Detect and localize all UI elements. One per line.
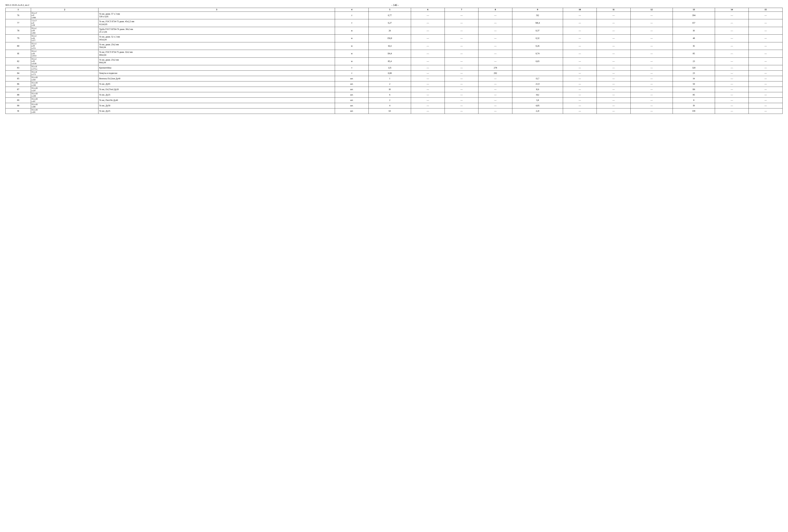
row-col6: — [411, 92, 445, 98]
row-col11: — [597, 98, 630, 103]
row-col10: — [563, 108, 596, 114]
row-number: 9I [5, 108, 31, 114]
row-col13: 50 [673, 81, 715, 87]
row-col12: — [630, 65, 673, 70]
table-row: 88П.I,ч.III п.208То же, Ду25шт.6———I4,I—… [5, 92, 783, 98]
row-col11: — [597, 76, 630, 81]
row-col10: — [563, 12, 596, 19]
row-col8: — [478, 108, 512, 114]
row-col9: 0,37 [512, 27, 563, 35]
row-number: 88 [5, 92, 31, 98]
row-col14: — [715, 87, 749, 92]
row-col15: — [749, 65, 783, 70]
row-number: 80 [5, 42, 31, 50]
row-col8: — [478, 12, 512, 19]
row-col10: — [563, 27, 596, 35]
row-ref: П.I,ч.III п.I87 [31, 98, 98, 103]
row-col7: — [445, 81, 478, 87]
row-col12: — [630, 81, 673, 87]
row-col6: — [411, 81, 445, 87]
row-number: 85 [5, 76, 31, 81]
row-col15: — [749, 35, 783, 42]
row-col4: м [335, 42, 369, 50]
row-col7: — [445, 92, 478, 98]
row-col14: — [715, 92, 749, 98]
row-col14: — [715, 12, 749, 19]
row-ref: П.I,ч.III п.200 [31, 81, 98, 87]
row-col15: — [749, 50, 783, 58]
table-row: 79П.I,ч.I р.III п.I77То же, диам. 52 х 2… [5, 35, 783, 42]
row-col5: 0,77 [369, 12, 411, 19]
row-col8: — [478, 58, 512, 65]
row-col9: 4,85 [512, 103, 563, 108]
row-col4: шт. [335, 98, 369, 103]
row-description: То же, ГОСТ 8734-75 диам. 32х2 мм II0хI,… [98, 50, 335, 58]
table-row: 84П.I,ч.II п.573Хомуты и подвескит0,08——… [5, 70, 783, 76]
row-description: То же, Ду25 [98, 108, 335, 114]
col-header-13: 13 [673, 8, 715, 12]
row-col4: т [335, 70, 369, 76]
row-col13: I39 [673, 108, 715, 114]
row-col11: — [597, 12, 630, 19]
col-header-8: 8 [478, 8, 512, 12]
row-col5: 2 [369, 81, 411, 87]
row-description: Вентиль I5с22нж Ду40 [98, 76, 335, 81]
row-col4: шт. [335, 81, 369, 87]
row-col12: — [630, 98, 673, 103]
row-col11: — [597, 92, 630, 98]
row-col9: I4,I [512, 92, 563, 98]
table-row: 771.I,ч.У р.II п.98То же, ГОСТ 8734-75 д… [5, 19, 783, 27]
row-col10: — [563, 65, 596, 70]
row-number: 82 [5, 58, 31, 65]
row-col12: — [630, 19, 673, 27]
row-description: То же, диам. 25х2 мм 84хI,04 [98, 58, 335, 65]
row-col8: — [478, 42, 512, 50]
row-col10: — [563, 58, 596, 65]
col-header-1: 1 [5, 8, 31, 12]
row-ref: П.I,ч.II п.572-а [31, 65, 98, 70]
col-header-15: 15 [749, 8, 783, 12]
row-ref: 1.I,ч.У р.II п.98 [31, 19, 98, 27]
row-col4: шт. [335, 92, 369, 98]
row-ref: П.I,ч.I р.III п.I77 [31, 35, 98, 42]
row-col6: — [411, 103, 445, 108]
row-number: 8I [5, 50, 31, 58]
row-ref: П.I,ч.I р.III п.I82 [31, 27, 98, 35]
row-col12: — [630, 35, 673, 42]
row-col4: т [335, 65, 369, 70]
row-col5: 85,4 [369, 58, 411, 65]
row-col6: — [411, 87, 445, 92]
row-col11: — [597, 58, 630, 65]
row-col15: — [749, 98, 783, 103]
row-col14: — [715, 76, 749, 81]
row-col13: 8 [673, 98, 715, 103]
row-col4: м [335, 50, 369, 58]
table-row: 90П.I,ч.III п.I88То же, Ду50шт.4———4,85—… [5, 103, 783, 108]
row-col13: 23 [673, 70, 715, 76]
row-col8: — [478, 92, 512, 98]
row-col7: — [445, 70, 478, 76]
row-col7: — [445, 103, 478, 108]
row-number: 79 [5, 35, 31, 42]
row-description: То же, Ду25 [98, 92, 335, 98]
page-number: - 146 - [29, 4, 761, 7]
row-col6: — [411, 12, 445, 19]
row-col11: — [597, 35, 630, 42]
row-col6: — [411, 35, 445, 42]
row-col9 [512, 70, 563, 76]
row-col4: шт. [335, 87, 369, 92]
row-col14: — [715, 58, 749, 65]
row-number: 78 [5, 27, 31, 35]
row-ref: П.I,ч.III п.I88 [31, 103, 98, 108]
row-col5: I0 [369, 87, 411, 92]
row-col10: — [563, 98, 596, 103]
row-col12: — [630, 87, 673, 92]
row-col9: 58I,4 [512, 19, 563, 27]
row-col14: — [715, 70, 749, 76]
row-col8: — [478, 103, 512, 108]
row-description: То же, Ду65 [98, 81, 335, 87]
table-row: 89П.I,ч.III п.I87То же, I5кч19п Ду40шт.2… [5, 98, 783, 103]
row-col12: — [630, 58, 673, 65]
row-col13: I57 [673, 19, 715, 27]
row-col11: — [597, 65, 630, 70]
